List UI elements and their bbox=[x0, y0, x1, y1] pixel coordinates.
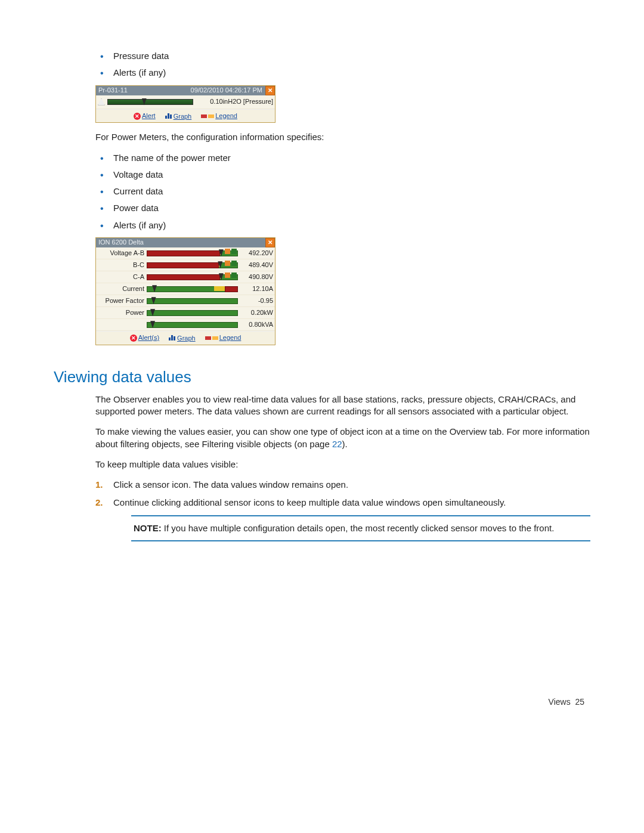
meter-bar bbox=[147, 286, 237, 292]
legend-link[interactable]: Legend bbox=[201, 112, 237, 121]
list-item: Voltage data bbox=[113, 169, 590, 181]
meter-label: Power Factor bbox=[98, 296, 147, 305]
meter-value: 489.40V bbox=[237, 261, 273, 270]
note-text: If you have multiple configuration detai… bbox=[162, 523, 555, 533]
popup-name: Pr-031-11 bbox=[96, 86, 130, 95]
alert-icon: ✕ bbox=[134, 113, 141, 120]
list-item: Current data bbox=[113, 185, 590, 197]
footer-page-number: 25 bbox=[575, 697, 584, 707]
meter-label: Voltage A-B bbox=[98, 249, 147, 258]
popup-link-row: ✕Alert Graph Legend bbox=[96, 109, 275, 123]
popup-name: ION 6200 Delta bbox=[96, 238, 264, 247]
step-number: 2. bbox=[95, 497, 103, 509]
graph-link[interactable]: Graph bbox=[169, 333, 196, 343]
popup-titlebar: Pr-031-11 09/02/2010 04:26:17 PM ✕ bbox=[96, 86, 275, 95]
page-footer: Views 25 bbox=[54, 696, 590, 708]
meter-label: B-C bbox=[98, 261, 147, 270]
meter-bar bbox=[147, 262, 237, 268]
flag-icons bbox=[225, 261, 237, 266]
bullet-list-top: Pressure data Alerts (if any) bbox=[95, 50, 590, 79]
paragraph: To keep multiple data values visible: bbox=[95, 459, 590, 470]
page-link[interactable]: 22 bbox=[332, 439, 342, 449]
graph-icon bbox=[169, 333, 176, 340]
meter-bar bbox=[147, 250, 237, 256]
note-box: NOTE: If you have multiple configuration… bbox=[131, 515, 590, 541]
paragraph: The Observer enables you to view real-ti… bbox=[95, 394, 590, 418]
list-item: Power data bbox=[113, 202, 590, 214]
pressure-bar bbox=[107, 99, 193, 105]
list-item: 2.Continue clicking additional sensor ic… bbox=[113, 497, 590, 509]
list-item: Alerts (if any) bbox=[113, 219, 590, 231]
legend-icon bbox=[201, 114, 214, 118]
numbered-steps: 1.Click a sensor icon. The data values w… bbox=[95, 479, 590, 509]
meter-row: C-A490.80V bbox=[96, 271, 275, 283]
step-text: Click a sensor icon. The data values win… bbox=[113, 479, 348, 490]
meter-value: -0.95 bbox=[237, 296, 273, 305]
note-label: NOTE: bbox=[134, 523, 162, 533]
alert-link[interactable]: ✕Alert bbox=[134, 112, 156, 121]
flag-icons bbox=[225, 249, 237, 254]
step-text: Continue clicking additional sensor icon… bbox=[113, 497, 506, 507]
meter-label: C-A bbox=[98, 272, 147, 281]
paragraph: To make viewing the values easier, you c… bbox=[95, 426, 590, 450]
close-icon[interactable]: ✕ bbox=[265, 238, 275, 247]
meter-row: Power Factor-0.95 bbox=[96, 295, 275, 307]
pressure-popup: Pr-031-11 09/02/2010 04:26:17 PM ✕ 0.10i… bbox=[95, 85, 275, 123]
footer-section: Views bbox=[549, 697, 571, 707]
list-item: Pressure data bbox=[113, 50, 590, 62]
graph-link[interactable]: Graph bbox=[165, 112, 192, 121]
meter-row: B-C489.40V bbox=[96, 259, 275, 271]
list-item: The name of the power meter bbox=[113, 152, 590, 164]
pressure-value: 0.10inH2O [Pressure] bbox=[193, 97, 273, 106]
meter-row: 0.80kVA bbox=[96, 319, 275, 331]
alerts-link[interactable]: ✕Alert(s) bbox=[130, 333, 159, 343]
bar-marker-icon bbox=[142, 98, 147, 106]
meter-value: 492.20V bbox=[237, 249, 273, 258]
legend-icon bbox=[205, 336, 218, 340]
graph-icon bbox=[165, 112, 172, 119]
meter-row: Current12.10A bbox=[96, 283, 275, 295]
popup-datetime: 09/02/2010 04:26:17 PM bbox=[130, 86, 264, 95]
popup-titlebar: ION 6200 Delta ✕ bbox=[96, 238, 275, 247]
alert-icon: ✕ bbox=[130, 335, 137, 342]
meter-label: Current bbox=[98, 284, 147, 293]
flag-icons bbox=[225, 272, 237, 278]
meter-bar bbox=[147, 309, 237, 315]
meter-bar bbox=[147, 321, 237, 327]
text: ). bbox=[342, 439, 348, 449]
section-heading: Viewing data values bbox=[54, 367, 590, 388]
list-item: Alerts (if any) bbox=[113, 67, 590, 79]
list-item: 1.Click a sensor icon. The data values w… bbox=[113, 479, 590, 491]
meter-label: Power bbox=[98, 308, 147, 317]
close-icon[interactable]: ✕ bbox=[265, 86, 275, 95]
popup-link-row: ✕Alert(s) Graph Legend bbox=[96, 331, 275, 345]
meter-bar bbox=[147, 298, 237, 304]
meter-value: 12.10A bbox=[237, 284, 273, 293]
meter-row: Power0.20kW bbox=[96, 307, 275, 319]
legend-link[interactable]: Legend bbox=[205, 333, 242, 343]
meter-row: Voltage A-B492.20V bbox=[96, 247, 275, 259]
meter-value: 490.80V bbox=[237, 272, 273, 281]
power-meter-popup: ION 6200 Delta ✕ Voltage A-B492.20VB-C48… bbox=[95, 237, 275, 345]
paragraph: For Power Meters, the configuration info… bbox=[95, 131, 590, 143]
meter-bar bbox=[147, 274, 237, 280]
meter-value: 0.80kVA bbox=[237, 320, 273, 329]
warning-icon bbox=[98, 98, 105, 106]
step-number: 1. bbox=[95, 479, 103, 491]
popup-data-row: 0.10inH2O [Pressure] bbox=[96, 95, 275, 109]
bullet-list-pm: The name of the power meter Voltage data… bbox=[95, 152, 590, 231]
page-content: Pressure data Alerts (if any) Pr-031-11 … bbox=[95, 50, 590, 541]
meter-value: 0.20kW bbox=[237, 308, 273, 317]
